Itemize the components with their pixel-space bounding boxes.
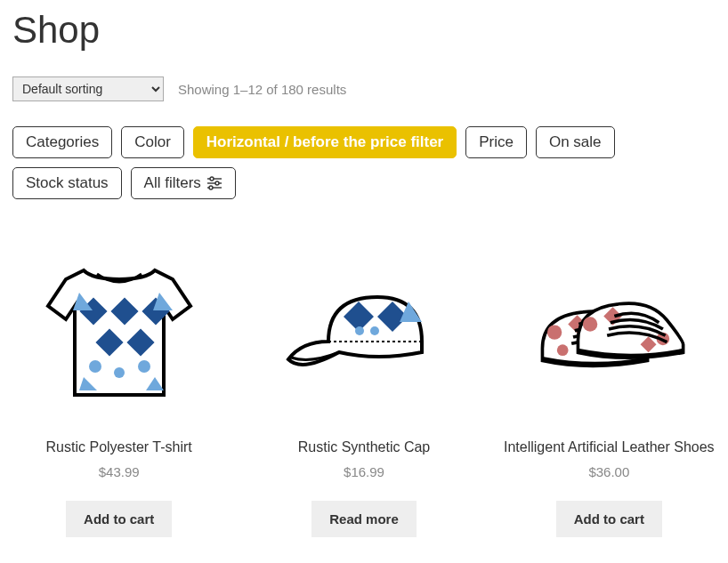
sliders-icon: [206, 176, 222, 190]
filter-all-filters[interactable]: All filters: [131, 167, 236, 199]
svg-point-23: [370, 326, 379, 335]
product-image-shoes: [503, 244, 716, 422]
product-price: $36.00: [503, 464, 716, 479]
svg-point-1: [210, 177, 214, 181]
svg-point-3: [215, 181, 219, 185]
svg-point-14: [114, 367, 125, 378]
product-image-tshirt: [12, 244, 225, 422]
svg-point-22: [355, 326, 364, 335]
filter-label: Color: [134, 133, 171, 151]
filter-label: Horizontal / before the price filter: [206, 133, 443, 151]
svg-point-28: [583, 318, 597, 332]
product-card[interactable]: Intelligent Artificial Leather Shoes $36…: [503, 244, 716, 537]
page-title: Shop: [12, 9, 716, 52]
svg-point-5: [209, 186, 213, 189]
product-grid: Rustic Polyester T-shirt $43.99 Add to c…: [12, 244, 716, 537]
filter-color[interactable]: Color: [121, 126, 184, 158]
results-count: Showing 1–12 of 180 results: [178, 82, 346, 97]
add-to-cart-button[interactable]: Add to cart: [556, 501, 662, 537]
svg-point-26: [557, 345, 569, 357]
product-image-cap: [257, 244, 470, 422]
svg-point-13: [89, 360, 101, 373]
filter-price[interactable]: Price: [465, 126, 527, 158]
filter-label: Categories: [26, 133, 99, 151]
product-card[interactable]: Rustic Synthetic Cap $16.99 Read more: [257, 244, 470, 537]
filter-label: On sale: [549, 133, 602, 151]
filter-stock-status[interactable]: Stock status: [12, 167, 122, 199]
sort-select[interactable]: Default sorting: [12, 76, 164, 101]
product-title: Intelligent Artificial Leather Shoes: [503, 439, 716, 455]
add-to-cart-button[interactable]: Add to cart: [66, 501, 172, 537]
svg-point-24: [547, 326, 562, 340]
product-price: $16.99: [257, 464, 470, 479]
read-more-button[interactable]: Read more: [311, 501, 417, 537]
filter-label: Price: [479, 133, 514, 151]
product-price: $43.99: [12, 464, 225, 479]
product-title: Rustic Polyester T-shirt: [12, 439, 225, 455]
product-card[interactable]: Rustic Polyester T-shirt $43.99 Add to c…: [12, 244, 225, 537]
product-title: Rustic Synthetic Cap: [257, 439, 470, 455]
filter-categories[interactable]: Categories: [12, 126, 112, 158]
shop-toolbar: Default sorting Showing 1–12 of 180 resu…: [12, 76, 716, 101]
filter-bar: Categories Color Horizontal / before the…: [12, 126, 716, 199]
filter-on-sale[interactable]: On sale: [536, 126, 615, 158]
filter-label: Stock status: [26, 174, 109, 192]
filter-horizontal-before-price[interactable]: Horizontal / before the price filter: [193, 126, 457, 158]
filter-label: All filters: [144, 174, 201, 192]
svg-point-15: [138, 360, 150, 373]
